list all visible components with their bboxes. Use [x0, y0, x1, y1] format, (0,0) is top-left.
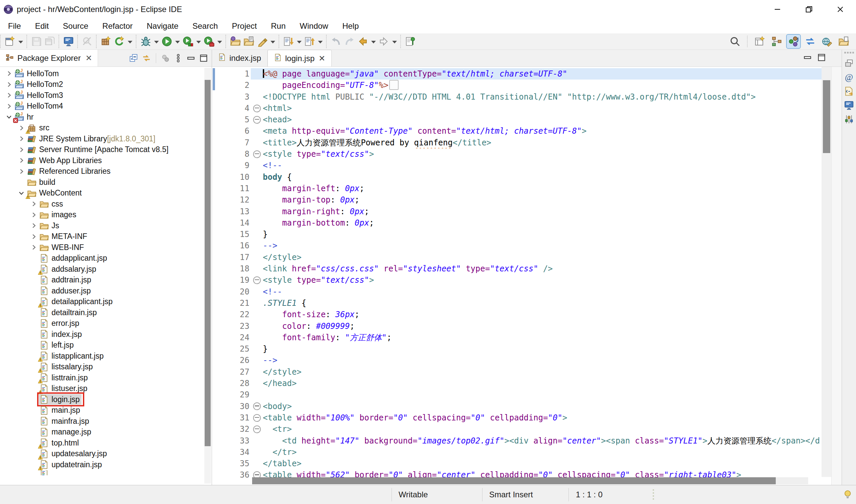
- code-line-35[interactable]: 35</table>: [212, 458, 822, 469]
- restore-window-button[interactable]: [793, 0, 824, 19]
- code-line-28[interactable]: 28</head>: [212, 378, 822, 389]
- code-line-30[interactable]: 30<body>: [212, 401, 822, 412]
- code-line-4[interactable]: 4<html>: [212, 103, 822, 114]
- tree-item-meta-inf[interactable]: META-INF: [0, 231, 212, 242]
- minimize-view-icon[interactable]: [803, 53, 812, 64]
- code-line-7[interactable]: 7<title>人力资源管理系统Powered by qianfeng</tit…: [212, 137, 822, 148]
- maximize-view-icon[interactable]: [199, 53, 208, 63]
- close-view-icon[interactable]: ✕: [84, 53, 92, 63]
- code-line-1[interactable]: 1<%@ page language="java" contentType="t…: [212, 68, 822, 79]
- chevron-right-icon[interactable]: [16, 145, 26, 154]
- code-line-8[interactable]: 8<style type="text/css">: [212, 148, 822, 160]
- code-line-10[interactable]: 10body {: [212, 172, 822, 183]
- tree-item-hellotom2[interactable]: JHelloTom2: [0, 79, 212, 90]
- code-line-24[interactable]: 24 font-family: "方正舒体";: [212, 332, 822, 343]
- tree-item-addsalary-jsp[interactable]: addsalary.jsp: [0, 264, 212, 275]
- profile-icon[interactable]: [203, 35, 215, 48]
- code-line-3[interactable]: 3<!DOCTYPE html PUBLIC "-//W3C//DTD HTML…: [212, 91, 822, 103]
- run-dropdown-icon[interactable]: [175, 41, 180, 43]
- chevron-right-icon[interactable]: [16, 124, 26, 132]
- code-line-21[interactable]: 21.STYLE1 {: [212, 298, 822, 309]
- editor-tab-login-jsp[interactable]: login.jsp✕: [268, 50, 332, 67]
- tree-item-addapplicant-jsp[interactable]: addapplicant.jsp: [0, 253, 212, 264]
- run-icon[interactable]: [160, 35, 173, 48]
- back-dropdown-icon[interactable]: [371, 41, 376, 43]
- tree-item-js[interactable]: Js: [0, 220, 212, 231]
- refresh-dropdown-icon[interactable]: [128, 41, 132, 43]
- tree-item-addtrain-jsp[interactable]: addtrain.jsp: [0, 275, 212, 286]
- tree-item-web-inf[interactable]: WEB-INF: [0, 242, 212, 253]
- tree-item-adduser-jsp[interactable]: adduser.jsp: [0, 285, 212, 296]
- forward-icon[interactable]: [377, 35, 390, 48]
- chevron-right-icon[interactable]: [4, 91, 14, 100]
- chevron-right-icon[interactable]: [29, 211, 39, 219]
- web-perspective-icon[interactable]: [820, 35, 834, 48]
- code-line-25[interactable]: 25}: [212, 343, 822, 355]
- lightbulb-icon[interactable]: [843, 489, 853, 501]
- tree-item-mainfra-jsp[interactable]: mainfra.jsp: [0, 416, 212, 427]
- hscroll-thumb[interactable]: [252, 477, 776, 484]
- code-line-26[interactable]: 26-->: [212, 355, 822, 366]
- code-line-22[interactable]: 22 font-size: 36px;: [212, 309, 822, 320]
- chevron-right-icon[interactable]: [16, 134, 26, 143]
- code-line-23[interactable]: 23 color: #009999;: [212, 321, 822, 332]
- code-lines[interactable]: 1<%@ page language="java" contentType="t…: [212, 68, 822, 481]
- chevron-right-icon[interactable]: [29, 232, 39, 241]
- tree-item-main-jsp[interactable]: main.jsp: [0, 405, 212, 416]
- code-line-6[interactable]: 6<meta http-equiv="Content-Type" content…: [212, 125, 822, 137]
- focus-icon[interactable]: [161, 53, 170, 63]
- chevron-right-icon[interactable]: [4, 102, 14, 111]
- code-line-29[interactable]: 29: [212, 389, 822, 400]
- tree-item-css[interactable]: css: [0, 199, 212, 210]
- coverage-icon[interactable]: [182, 35, 194, 48]
- tree-item-updatesalary-jsp[interactable]: updatesalary.jsp: [0, 449, 212, 460]
- fold-collapse-icon[interactable]: [251, 103, 263, 114]
- editor-tab-index-jsp[interactable]: index.jsp: [212, 50, 268, 67]
- chevron-right-icon[interactable]: [16, 156, 26, 165]
- chevron-down-icon[interactable]: [16, 189, 26, 198]
- menu-window[interactable]: Window: [298, 21, 329, 32]
- fold-collapse-icon[interactable]: [251, 274, 263, 286]
- fold-collapse-icon[interactable]: [251, 148, 263, 160]
- restore-view-icon[interactable]: [844, 58, 854, 68]
- pin-editor-icon[interactable]: [404, 35, 417, 48]
- tree-item-hr[interactable]: Jhr: [0, 112, 212, 123]
- next-annotation-icon[interactable]: [282, 35, 295, 48]
- code-line-19[interactable]: 19<style type="text/css">: [212, 274, 822, 286]
- resource-perspective-icon[interactable]: [837, 35, 850, 48]
- tree-item-hellotom3[interactable]: JHelloTom3: [0, 90, 212, 101]
- chevron-right-icon[interactable]: [29, 243, 39, 252]
- profile-dropdown-icon[interactable]: [217, 41, 222, 43]
- save-icon[interactable]: [30, 35, 43, 48]
- palette-icon[interactable]: [844, 86, 854, 96]
- tree-item-manage-jsp[interactable]: manage.jsp: [0, 427, 212, 438]
- export-war-icon[interactable]: [243, 35, 255, 48]
- prev-annotation-dropdown-icon[interactable]: [318, 41, 323, 43]
- code-line-2[interactable]: 2 pageEncoding="UTF-8"%>: [212, 79, 822, 91]
- menu-navigate[interactable]: Navigate: [145, 21, 180, 32]
- code-line-20[interactable]: 20<!--: [212, 286, 822, 298]
- properties-view-icon[interactable]: [844, 114, 854, 124]
- close-window-button[interactable]: [824, 0, 856, 19]
- code-line-34[interactable]: 34 </tr>: [212, 447, 822, 458]
- tree-item-hellotom[interactable]: JHelloTom: [0, 68, 212, 79]
- tree-item-error-jsp[interactable]: error.jsp: [0, 318, 212, 329]
- menu-run[interactable]: Run: [269, 21, 287, 32]
- minimize-view-icon[interactable]: [186, 53, 196, 63]
- fold-collapse-icon[interactable]: [251, 114, 263, 125]
- tree-item-listsalary-jsp[interactable]: listsalary.jsp: [0, 362, 212, 373]
- last-edit-icon[interactable]: [330, 35, 342, 48]
- link-with-editor-icon[interactable]: [142, 53, 151, 63]
- refresh-icon[interactable]: [113, 35, 126, 48]
- hierarchy-perspective-icon[interactable]: [770, 35, 783, 48]
- tree-item-listapplicant-jsp[interactable]: listapplicant.jsp: [0, 350, 212, 362]
- new-package-icon[interactable]: [100, 35, 112, 48]
- vscroll-thumb[interactable]: [823, 80, 830, 153]
- new-wizard-dropdown-icon[interactable]: [18, 41, 23, 43]
- minimize-window-button[interactable]: [762, 0, 793, 19]
- package-explorer-tab[interactable]: Package Explorer ✕: [0, 50, 98, 67]
- forward-dropdown-icon[interactable]: [392, 41, 397, 43]
- tree-item-listtrain-jsp[interactable]: listtrain.jsp: [0, 372, 212, 383]
- tree-item-web-app-libraries[interactable]: Web App Libraries: [0, 155, 212, 166]
- open-console-icon[interactable]: [62, 35, 75, 48]
